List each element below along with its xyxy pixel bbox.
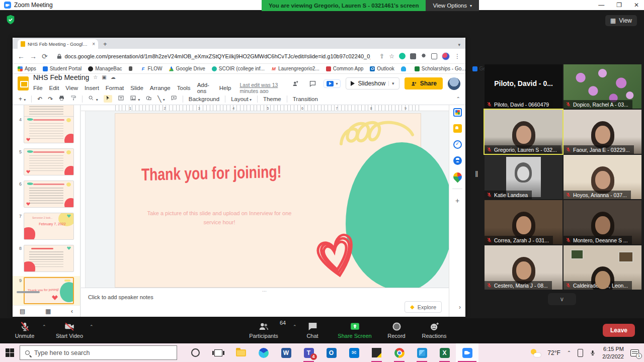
toolbar-collapse-icon[interactable]: ⌃ xyxy=(456,96,460,102)
teams-button[interactable]: T4 xyxy=(297,343,320,362)
chrome-button[interactable] xyxy=(388,343,411,362)
menu-addons[interactable]: Add-ons xyxy=(197,82,213,94)
slide-subtitle-text[interactable]: Take a picture of this slide and upload … xyxy=(146,209,292,227)
taskbar-clock[interactable]: 6:15 PM 2/2/2022 xyxy=(602,345,624,360)
menu-edit[interactable]: Edit xyxy=(49,85,59,91)
cortana-button[interactable] xyxy=(184,343,207,362)
forward-icon[interactable]: → xyxy=(30,52,37,60)
slide-thumbnail-5[interactable]: 5 xyxy=(13,147,80,177)
address-bar[interactable]: docs.google.com/presentation/d/1m8h2zeV2… xyxy=(53,51,374,61)
move-folder-icon[interactable]: ▣ xyxy=(102,74,106,80)
audio-options-caret[interactable]: ⌃ xyxy=(42,324,46,329)
tasks-icon[interactable] xyxy=(453,140,462,149)
new-tab-button[interactable]: + xyxy=(103,40,107,48)
minimize-button[interactable]: — xyxy=(598,2,604,9)
panel-resize-handle[interactable]: ‖ xyxy=(475,170,479,179)
bookmark-scholarships[interactable]: Scholarships - Go... xyxy=(415,66,466,71)
temperature-label[interactable]: 72°F xyxy=(547,349,560,356)
keep-icon[interactable] xyxy=(453,124,462,133)
browser-tab[interactable]: NHS Feb Meeting - Google Sli × xyxy=(18,39,98,49)
hide-side-panel-icon[interactable]: › xyxy=(459,304,461,311)
slide-thumbnail-7[interactable]: 7 Semester 2 look... February 7, 2022 xyxy=(13,212,80,242)
mail-button[interactable]: ✉ xyxy=(343,343,365,362)
contacts-icon[interactable] xyxy=(453,156,462,165)
slide-filmstrip[interactable]: 4 5 6 7 Semester 2 look... February xyxy=(13,105,80,305)
slide-thumbnail-9-selected[interactable]: 9 Thank you for joining! xyxy=(13,276,80,305)
paint-format-icon[interactable] xyxy=(70,95,76,103)
task-view-button[interactable] xyxy=(207,343,229,362)
menu-slide[interactable]: Slide xyxy=(130,85,143,91)
reactions-button[interactable]: Reactions xyxy=(418,321,451,339)
background-button[interactable]: Background xyxy=(189,96,219,102)
participant-tile-hoyos[interactable]: Hoyos, Arianna - 037... xyxy=(564,155,641,199)
hidden-icons-chevron[interactable]: ⌃ xyxy=(567,350,571,355)
close-button[interactable]: ✕ xyxy=(634,2,639,9)
reload-icon[interactable]: ⟳ xyxy=(42,52,48,60)
cloud-saved-icon[interactable]: ☁ xyxy=(111,74,116,80)
tray-mic-icon[interactable] xyxy=(590,349,596,357)
unmute-button[interactable]: Unmute xyxy=(9,321,40,339)
present-button[interactable]: ▾ xyxy=(324,79,341,88)
bookmark-gmail[interactable]: MLaurengregorio2... xyxy=(271,66,319,71)
outlook-button[interactable]: O xyxy=(320,343,343,362)
zoom-tool-icon[interactable]: ▾ xyxy=(88,95,98,103)
extensions-puzzle-icon[interactable] xyxy=(421,53,427,59)
participant-tile-piloto[interactable]: Piloto, David - 0... Piloto, David - 066… xyxy=(485,64,562,109)
collapse-filmstrip-icon[interactable]: ‹ xyxy=(71,308,73,315)
participant-tile-dopico[interactable]: Dopico, Rachel A - 03... xyxy=(564,64,641,109)
bookmark-apps[interactable]: Apps xyxy=(18,66,36,71)
menu-tools[interactable]: Tools xyxy=(177,85,191,91)
insert-shape-icon[interactable] xyxy=(145,95,152,103)
more-participants-button[interactable]: ∨ xyxy=(548,293,576,305)
grid-view-icon[interactable]: ▦ xyxy=(45,308,51,315)
notes-resize-handle[interactable]: ⋯ xyxy=(262,289,268,294)
participant-tile-katie[interactable]: Katie Landsea xyxy=(485,155,562,199)
speaker-notes-placeholder[interactable]: Click to add speaker notes xyxy=(88,294,153,300)
calendar-icon[interactable] xyxy=(453,108,462,117)
menu-file[interactable]: File xyxy=(33,85,43,91)
action-center-icon[interactable]: 1 xyxy=(630,349,639,356)
present-dropdown-chevron[interactable]: ▾ xyxy=(336,81,338,86)
taskbar-search-input[interactable]: Type here to search xyxy=(20,345,177,360)
filmstrip-scrollbar[interactable] xyxy=(17,291,40,293)
bookmark-managebac[interactable]: ManageBac xyxy=(88,66,122,71)
participants-button[interactable]: Participants xyxy=(246,321,282,339)
chat-button[interactable]: Chat xyxy=(301,321,324,339)
share-page-icon[interactable]: ⇪ xyxy=(379,53,384,60)
undo-icon[interactable]: ↶ xyxy=(37,96,42,103)
document-title[interactable]: NHS Feb Meeting xyxy=(33,73,89,81)
slideshow-dropdown-chevron[interactable]: ▾ xyxy=(388,81,394,86)
weather-icon[interactable] xyxy=(531,349,541,357)
tab-close-icon[interactable]: × xyxy=(92,41,95,47)
slide-thumbnail-6[interactable]: 6 xyxy=(13,179,80,210)
bookmark-unlabeled-2[interactable] xyxy=(401,66,408,71)
extension-icon[interactable] xyxy=(410,53,416,59)
bookmark-common-app[interactable]: Common App xyxy=(326,66,364,71)
presenter-view-icon[interactable] xyxy=(289,77,301,89)
theme-button[interactable]: Theme xyxy=(263,96,281,102)
record-button[interactable]: Record xyxy=(383,321,410,339)
transition-button[interactable]: Transition xyxy=(293,96,318,102)
edge-button[interactable] xyxy=(252,343,275,362)
filmstrip-view-icon[interactable]: ▤ xyxy=(20,308,25,315)
share-button[interactable]: Share xyxy=(405,77,443,89)
grammarly-extension-icon[interactable] xyxy=(399,53,406,59)
slide-thumbnail-4[interactable]: 4 xyxy=(13,115,80,145)
menu-format[interactable]: Format xyxy=(106,85,124,91)
participant-tile-montero[interactable]: Montero, Deeanne S ... xyxy=(564,200,641,244)
maps-icon[interactable] xyxy=(451,170,463,183)
bookmark-unlabeled[interactable] xyxy=(129,66,134,71)
tab-strip-chevron-icon[interactable]: ▾ xyxy=(458,42,460,47)
insert-comment-icon[interactable] xyxy=(171,95,177,103)
bookmark-student-portal[interactable]: Student Portal xyxy=(43,66,82,71)
participant-tile-cestero[interactable]: Cestero, Maria J - 08... xyxy=(485,245,562,290)
print-icon[interactable] xyxy=(58,95,65,103)
menu-arrange[interactable]: Arrange xyxy=(150,85,171,91)
select-tool-icon[interactable] xyxy=(104,95,112,103)
star-document-icon[interactable]: ☆ xyxy=(93,74,98,80)
slide-title-text[interactable]: Thank you for joining! xyxy=(141,161,306,185)
insert-line-icon[interactable]: ╲ ▾ xyxy=(157,96,165,103)
slideshow-button[interactable]: Slideshow ▾ xyxy=(346,77,399,89)
bookmark-scoir[interactable]: SCOIR (college inf... xyxy=(212,66,265,71)
side-panel-icon[interactable] xyxy=(431,53,437,59)
